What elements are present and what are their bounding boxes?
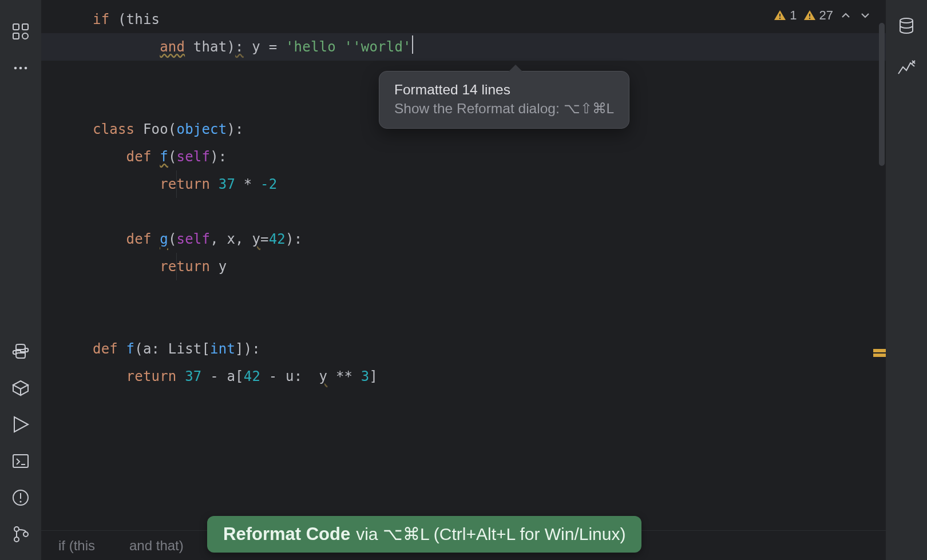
structure-icon[interactable]	[11, 22, 30, 41]
vcs-icon[interactable]	[11, 525, 30, 544]
reformat-notification-tooltip: Formatted 14 lines Show the Reformat dia…	[379, 71, 629, 129]
code-token: (	[168, 231, 177, 247]
sidebar-bottom-group	[0, 341, 41, 544]
code-token: self	[177, 231, 211, 247]
code-line[interactable]: return 37 * -2	[93, 170, 886, 198]
problems-icon[interactable]	[11, 488, 30, 507]
svg-point-3	[22, 33, 28, 39]
code-token: (	[168, 149, 177, 165]
code-line[interactable]: if (this	[93, 6, 886, 33]
code-token: def	[93, 341, 118, 357]
inspection-count-1: 1	[790, 8, 797, 23]
svg-point-18	[809, 18, 810, 19]
code-token: y	[252, 231, 260, 247]
code-token: - a[	[201, 368, 243, 384]
code-token: ]	[370, 368, 378, 384]
inspection-warning-aggregate-2[interactable]: 27	[803, 8, 833, 23]
stripe-mark[interactable]	[873, 349, 886, 352]
code-token: class	[93, 121, 134, 137]
code-token: ):	[210, 149, 227, 165]
code-token: 37	[219, 176, 235, 192]
code-token: 42	[269, 231, 286, 247]
code-token: return	[160, 176, 210, 192]
inspection-bar: 1 27	[773, 8, 872, 23]
code-token: (this	[109, 11, 160, 27]
code-token: that)	[185, 39, 235, 55]
svg-marker-7	[14, 417, 28, 432]
python-console-icon[interactable]	[11, 341, 30, 361]
code-token: def	[126, 149, 152, 165]
svg-point-19	[900, 18, 913, 23]
code-token: f	[160, 149, 168, 165]
code-line[interactable]: def g(self, x, y=42):	[93, 225, 886, 253]
code-token: int	[210, 341, 235, 357]
more-icon[interactable]	[11, 58, 30, 78]
code-token: 'world'	[352, 39, 411, 55]
warning-triangle-icon	[773, 9, 787, 22]
code-token	[118, 341, 126, 357]
next-highlight-icon[interactable]	[858, 9, 872, 22]
code-token: :	[235, 39, 244, 55]
scrollbar-thumb[interactable]	[879, 23, 885, 166]
code-token: ):	[286, 231, 302, 247]
code-token: y	[319, 368, 328, 384]
code-line[interactable]: def f(a: List[int]):	[93, 335, 886, 363]
inspection-warning-aggregate-1[interactable]: 1	[773, 8, 797, 23]
code-token: y	[210, 259, 227, 275]
editor-viewport[interactable]: if (this and that): y = 'hello ''world' …	[41, 0, 886, 530]
code-token: 3	[361, 368, 370, 384]
code-token: ]):	[235, 341, 260, 357]
svg-point-14	[23, 532, 28, 537]
editor-main: 1 27 if (this and that): y = 'hello ''wo…	[41, 0, 886, 560]
breadcrumb-item[interactable]: and that)	[129, 538, 184, 554]
error-stripe[interactable]	[876, 0, 886, 530]
right-tool-sidebar	[886, 0, 927, 560]
code-editor[interactable]: if (this and that): y = 'hello ''world' …	[41, 0, 886, 390]
code-token	[152, 149, 160, 165]
code-token: ):	[227, 121, 243, 137]
code-token: *	[235, 176, 260, 192]
code-token: - u:	[260, 368, 319, 384]
svg-point-6	[25, 67, 27, 70]
code-token: -2	[260, 176, 277, 192]
tooltip-subtitle: Show the Reformat dialog: ⌥⇧⌘L	[394, 100, 614, 117]
code-line[interactable]: return y	[93, 253, 886, 280]
code-line[interactable]	[93, 280, 886, 308]
code-token: 42	[244, 368, 260, 384]
python-packages-icon[interactable]	[11, 378, 30, 398]
code-token: =	[260, 231, 269, 247]
svg-point-12	[14, 527, 19, 531]
code-token: def	[126, 231, 152, 247]
hint-shortcut-text: via ⌥⌘L (Ctrl+Alt+L for Win/Linux)	[356, 524, 625, 544]
code-token: g	[160, 231, 168, 247]
prev-highlight-icon[interactable]	[839, 9, 853, 22]
code-token: 37	[185, 368, 201, 384]
svg-point-16	[779, 18, 781, 19]
code-line-current[interactable]: and that): y = 'hello ''world'	[41, 33, 886, 61]
svg-rect-8	[13, 455, 28, 467]
code-token: return	[160, 259, 210, 275]
svg-point-4	[14, 67, 17, 70]
code-token: 'hello '	[286, 39, 352, 55]
code-token	[210, 176, 219, 192]
svg-point-11	[19, 501, 21, 502]
inspection-count-2: 27	[819, 8, 833, 23]
code-line[interactable]	[93, 308, 886, 335]
code-line[interactable]	[93, 198, 886, 225]
hint-action-name: Reformat Code	[223, 524, 350, 545]
sciview-icon[interactable]	[897, 58, 916, 78]
svg-point-5	[19, 67, 22, 70]
code-token: (a: List[	[134, 341, 210, 357]
code-line[interactable]: return 37 - a[42 - u: y ** 3]	[93, 363, 886, 390]
database-icon[interactable]	[897, 16, 916, 35]
sidebar-top-group	[0, 22, 41, 78]
left-tool-sidebar	[0, 0, 41, 560]
svg-point-13	[14, 537, 19, 542]
code-line[interactable]: def f(self):	[93, 143, 886, 170]
services-icon[interactable]	[11, 415, 30, 434]
stripe-mark[interactable]	[873, 354, 886, 357]
code-token	[177, 368, 185, 384]
text-cursor	[412, 35, 413, 54]
terminal-icon[interactable]	[11, 451, 30, 471]
breadcrumb-item[interactable]: if (this	[58, 538, 95, 554]
